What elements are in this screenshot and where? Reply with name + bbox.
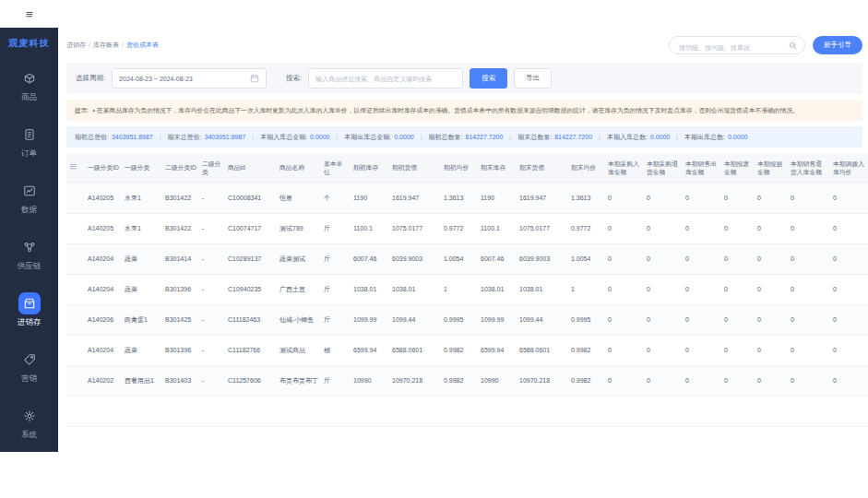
cell: A140206 (85, 304, 122, 335)
period-label: 选择周期: (76, 74, 105, 83)
cell: 0.9982 (568, 365, 605, 396)
cell: 6039.9003 (389, 243, 441, 274)
row-select-cell (66, 365, 85, 396)
cell: 0 (721, 335, 755, 365)
cell: B301422 (162, 183, 199, 213)
sidebar-item-orders[interactable]: 订单 (0, 113, 58, 170)
cell: 西餐用品1 (122, 365, 162, 396)
cell: 1.3613 (441, 183, 478, 213)
global-search-input[interactable] (670, 40, 804, 56)
summary-item: 本期入库总金额:0.0000 (260, 133, 329, 142)
summary-separator: | (509, 134, 511, 140)
sidebar-item-label: 订单 (21, 148, 37, 160)
sidebar-item-label: 数据 (21, 205, 37, 216)
notice-bar: 提示: • 在某商品库存为负的情况下，库存均价会在此商品下一次入库时更新为此次入… (66, 100, 862, 121)
cell: 1038.01 (517, 274, 568, 304)
cell: 桶 (321, 335, 351, 365)
cell: 1 (441, 274, 478, 304)
goods-icon (23, 72, 36, 85)
summary-item: 期末总数量:814227.7200 (517, 133, 592, 142)
cell: B301414 (162, 243, 199, 274)
cell: 10970.218 (517, 365, 568, 396)
cell: 1 (568, 274, 605, 304)
cell: 0 (683, 213, 721, 243)
sidebar-item-inventory[interactable]: 进销存 (0, 282, 58, 338)
cell: B301396 (162, 335, 199, 365)
cell: 斤 (321, 365, 351, 396)
column-header: 期末均价 (568, 153, 605, 183)
cell: 1619.947 (389, 183, 441, 213)
search-icon[interactable] (788, 41, 798, 51)
summary-value: 0.0000 (650, 134, 670, 140)
sidebar-item-supply-chain[interactable]: 供应链 (0, 226, 58, 282)
column-header: 本期采购退货金额 (644, 153, 683, 183)
column-settings-button[interactable] (66, 153, 85, 183)
cell: 肉禽蛋1 (122, 304, 162, 335)
cell: 1075.0177 (389, 213, 441, 243)
cell: 0 (788, 213, 830, 243)
cell: C10074717 (225, 213, 277, 243)
cell: 测试商品 (277, 335, 321, 365)
cell: B301403 (162, 365, 199, 396)
cell: 1099.44 (517, 304, 568, 335)
summary-separator: | (421, 134, 422, 140)
export-button[interactable]: 导出 (514, 68, 552, 89)
cell: 0 (755, 304, 788, 335)
cell: 1099.99 (478, 304, 517, 335)
menu-toggle-icon[interactable]: ≡ (26, 8, 33, 20)
column-header: 本期采购入库金额 (605, 153, 644, 183)
column-header: 期末库存 (478, 153, 517, 183)
summary-value: 0.0000 (310, 134, 329, 140)
cell: 10990 (351, 365, 389, 396)
cell: 0 (605, 183, 644, 213)
marketing-icon (23, 353, 36, 366)
sidebar-item-data[interactable]: 数据 (0, 170, 58, 226)
column-header: 一级分类ID (85, 153, 122, 183)
cell: 0 (755, 213, 788, 243)
cell: 测试789 (277, 213, 321, 243)
sidebar-item-goods[interactable]: 商品 (0, 57, 58, 113)
cell: 6007.46 (478, 243, 517, 274)
column-header: 基本单位 (321, 153, 351, 183)
date-range-value: 2024-08-23 ~ 2024-08-23 (119, 76, 193, 82)
list-icon (69, 162, 77, 171)
cell: 0.9995 (441, 304, 478, 335)
cell: 1.0054 (568, 243, 605, 274)
cell: A140202 (85, 365, 122, 396)
cell: 0 (644, 213, 683, 243)
cell: 个 (321, 183, 351, 213)
guide-button[interactable]: 新手引导 (813, 36, 862, 54)
date-range-input[interactable]: 2024-08-23 ~ 2024-08-23 (112, 68, 267, 89)
sidebar-item-system[interactable]: 系统 (0, 395, 58, 451)
search-button[interactable]: 搜索 (470, 68, 507, 89)
cell: B301425 (162, 304, 199, 335)
cell: 水果1 (122, 183, 162, 213)
cell: 0 (683, 183, 721, 213)
cell: 0 (755, 183, 788, 213)
cell: A140205 (85, 183, 122, 213)
cell: 0 (605, 335, 644, 365)
breadcrumb: 进销存/库存账表/货值成本表 (66, 41, 159, 50)
breadcrumb-item[interactable]: 库存账表 (93, 42, 119, 48)
cell: 1038.01 (351, 274, 389, 304)
search-label: 搜索: (286, 74, 302, 83)
breadcrumb-item[interactable]: 进销存 (66, 42, 86, 48)
cell: 0 (721, 183, 755, 213)
cell: 蔬菜 (122, 274, 162, 304)
cell: 0 (644, 183, 683, 213)
cell: 0 (830, 243, 868, 274)
cell: 0 (721, 304, 755, 335)
product-search-input[interactable] (308, 68, 463, 89)
summary-value: 3403951.8987 (112, 134, 153, 140)
cell: 0 (644, 274, 683, 304)
cell: 0 (644, 304, 683, 335)
sidebar-item-label: 系统 (21, 430, 37, 441)
cell: 斤 (321, 274, 351, 304)
cell: 0.9982 (441, 335, 478, 365)
cell: 0 (830, 304, 868, 335)
sidebar-item-marketing[interactable]: 营销 (0, 338, 58, 395)
row-select-cell (66, 243, 85, 274)
cell: 0 (788, 365, 830, 396)
cell: - (199, 243, 225, 274)
summary-value: 0.0000 (394, 134, 413, 140)
